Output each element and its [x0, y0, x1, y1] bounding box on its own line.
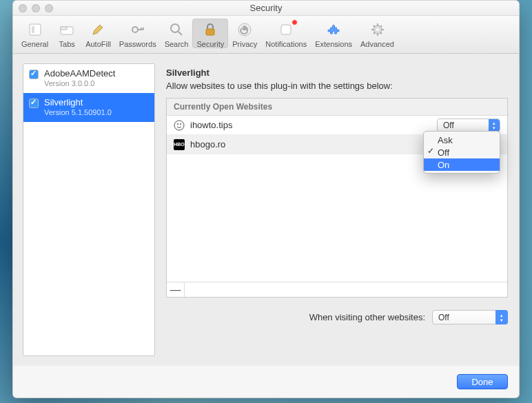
- tab-label: Search: [165, 40, 189, 48]
- preferences-toolbar: General Tabs AutoFill Passwords: [13, 16, 519, 54]
- table-group-header: Currently Open Websites: [167, 99, 507, 116]
- tab-label: AutoFill: [85, 40, 111, 48]
- titlebar: Security: [13, 1, 519, 16]
- tab-privacy[interactable]: Privacy: [228, 19, 261, 48]
- plugin-name: AdobeAAMDetect: [44, 68, 115, 79]
- svg-rect-8: [281, 25, 291, 34]
- plugin-version: Version 5.1.50901.0: [44, 108, 112, 118]
- window-title: Security: [13, 3, 519, 13]
- tab-autofill[interactable]: AutoFill: [81, 19, 115, 48]
- tab-label: Privacy: [232, 40, 257, 48]
- visiting-label: When visiting other websites:: [309, 312, 425, 322]
- table-footer: —: [167, 282, 507, 297]
- website-permission-select[interactable]: Off: [437, 118, 500, 132]
- svg-rect-0: [30, 24, 41, 35]
- sidebar-item-silverlight[interactable]: Silverlight Version 5.1.50901.0: [23, 93, 154, 122]
- svg-point-12: [177, 123, 178, 125]
- bell-icon: [276, 20, 296, 39]
- tab-label: Tabs: [59, 40, 75, 48]
- notification-badge-icon: [291, 19, 298, 25]
- dialog-button-row: Done: [13, 366, 519, 397]
- dropdown-option-off[interactable]: Off: [424, 146, 500, 158]
- tab-security[interactable]: Security: [192, 19, 228, 48]
- key-icon: [128, 20, 147, 39]
- svg-rect-1: [32, 26, 34, 33]
- permission-dropdown-menu[interactable]: Ask Off On: [423, 131, 500, 174]
- tab-general[interactable]: General: [17, 19, 52, 48]
- svg-point-5: [171, 24, 179, 32]
- tab-label: Advanced: [360, 40, 394, 48]
- chevron-up-down-icon: [489, 119, 500, 132]
- plugin-version: Version 3.0.0.0: [44, 79, 115, 89]
- svg-rect-6: [206, 29, 214, 35]
- dropdown-option-on[interactable]: On: [424, 158, 500, 171]
- site-favicon-icon: [174, 120, 185, 131]
- svg-point-4: [132, 27, 138, 32]
- chevron-up-down-icon: [495, 310, 508, 324]
- tab-search[interactable]: Search: [161, 19, 193, 48]
- remove-website-button[interactable]: —: [167, 282, 185, 297]
- tab-passwords[interactable]: Passwords: [115, 19, 161, 48]
- pencil-icon: [88, 20, 108, 39]
- tab-tabs[interactable]: Tabs: [52, 19, 81, 48]
- plugin-sidebar[interactable]: AdobeAAMDetect Version 3.0.0.0 Silverlig…: [23, 63, 155, 356]
- plugin-enabled-checkbox[interactable]: [29, 70, 39, 79]
- tab-label: Security: [196, 40, 224, 48]
- svg-rect-3: [61, 27, 67, 30]
- plugin-detail-panel: Silverlight Allow websites to use this p…: [165, 63, 509, 356]
- tab-label: General: [21, 40, 48, 48]
- select-value: Off: [438, 313, 449, 322]
- tabs-icon: [57, 20, 76, 39]
- tab-label: Passwords: [119, 40, 156, 48]
- puzzle-icon: [324, 20, 343, 39]
- website-settings-table: Currently Open Websites ihowto.tips Off …: [166, 98, 508, 298]
- default-policy-row: When visiting other websites: Off: [166, 310, 508, 324]
- svg-point-13: [180, 123, 181, 125]
- tab-extensions[interactable]: Extensions: [311, 19, 356, 48]
- content-area: AdobeAAMDetect Version 3.0.0.0 Silverlig…: [13, 54, 519, 366]
- search-icon: [167, 20, 186, 39]
- lock-icon: [201, 20, 220, 39]
- sidebar-item-adobeaamdetect[interactable]: AdobeAAMDetect Version 3.0.0.0: [23, 64, 154, 93]
- visiting-select[interactable]: Off: [432, 310, 508, 324]
- tab-advanced[interactable]: Advanced: [356, 19, 398, 48]
- switch-icon: [25, 20, 45, 39]
- gear-icon: [368, 20, 387, 39]
- plugin-title: Silverlight: [166, 68, 508, 78]
- tab-notifications[interactable]: Notifications: [261, 19, 311, 48]
- plugin-subtitle: Allow websites to use this plug-in with …: [166, 81, 508, 91]
- tab-label: Notifications: [265, 40, 307, 48]
- dropdown-option-ask[interactable]: Ask: [424, 134, 500, 146]
- preferences-window: Security General Tabs AutoFill: [12, 0, 520, 398]
- plugin-name: Silverlight: [44, 97, 112, 108]
- svg-point-11: [174, 121, 184, 130]
- plugin-enabled-checkbox[interactable]: [29, 99, 39, 108]
- select-value: Off: [443, 121, 454, 130]
- tab-label: Extensions: [315, 40, 352, 48]
- svg-point-10: [376, 28, 379, 31]
- hand-icon: [235, 20, 254, 39]
- site-favicon-icon: HBO: [174, 139, 185, 150]
- done-button[interactable]: Done: [457, 374, 508, 389]
